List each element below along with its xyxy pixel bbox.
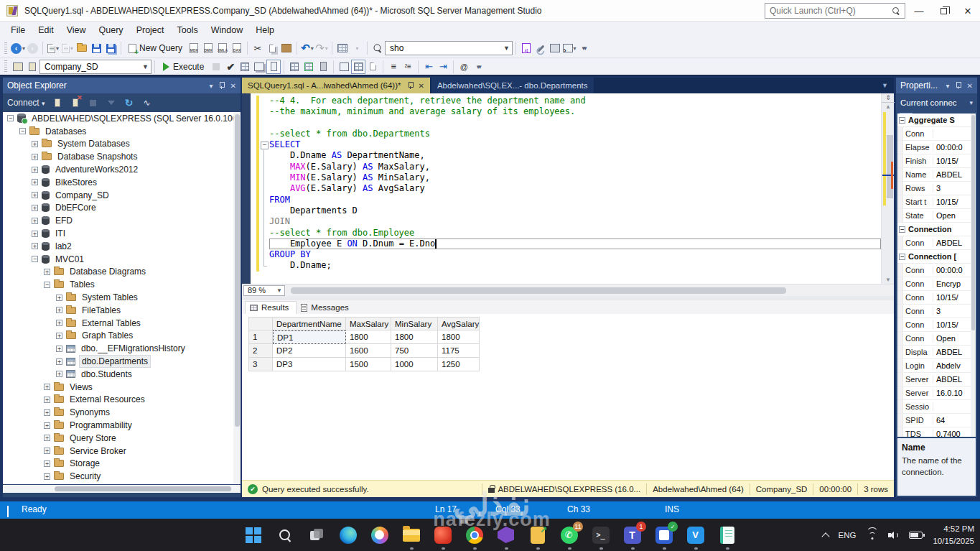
parse-button[interactable]: ✔ (223, 60, 238, 74)
expand-icon[interactable]: + (56, 307, 62, 313)
expand-icon[interactable]: + (32, 205, 38, 211)
collapse-icon[interactable]: − (32, 256, 38, 262)
toolbox-button[interactable] (548, 41, 562, 55)
query-options-button[interactable] (252, 60, 266, 74)
property-row[interactable]: ServerABDEL (897, 373, 976, 386)
paste-button[interactable] (279, 41, 294, 55)
tree-item[interactable]: +Storage (3, 458, 241, 471)
tab-departments-designer[interactable]: Abdelwahed\SQLEX...- dbo.Departments (431, 78, 594, 93)
property-row[interactable]: Start t10/15/ (897, 195, 976, 209)
toolbar-grip[interactable] (4, 42, 7, 55)
language-indicator[interactable]: ENG (839, 531, 857, 540)
column-header[interactable]: DepartmentName (273, 317, 346, 330)
grid-cell[interactable]: 1800 (346, 330, 391, 344)
grid-cell[interactable]: 1800 (391, 330, 438, 344)
code-line[interactable]: --select * from dbo.Employee (251, 228, 881, 239)
toolbar-dropdown[interactable]: ▾ (350, 41, 364, 55)
grid-cell[interactable]: 1250 (438, 358, 480, 371)
grid-cell[interactable]: 1800 (438, 330, 480, 344)
filter-icon[interactable] (106, 97, 117, 108)
properties-vscrollbar[interactable] (971, 114, 976, 437)
pin-icon[interactable] (408, 82, 414, 90)
property-value[interactable]: 3 (933, 307, 941, 315)
toolbar-overflow[interactable]: ▾▾ (577, 41, 591, 55)
property-value[interactable]: 00:00:0 (933, 143, 963, 152)
property-row[interactable]: StateOpen (897, 209, 976, 223)
volume-icon[interactable] (888, 531, 899, 540)
collapse-icon[interactable]: − (19, 128, 26, 134)
code-line[interactable]: D.Dname AS DepartmentName, (251, 150, 881, 161)
expand-icon[interactable]: + (44, 269, 50, 275)
grid-cell[interactable]: 750 (391, 344, 438, 358)
column-header[interactable]: MaxSalary (346, 317, 391, 330)
property-row[interactable]: Sessio (897, 400, 976, 414)
tree-item[interactable]: +Service Broker (3, 445, 241, 458)
tree-item[interactable]: +dbo.__EFMigrationsHistory (3, 342, 241, 355)
menu-query[interactable]: Query (93, 23, 130, 37)
notepad-icon[interactable] (717, 525, 737, 545)
tree-item[interactable]: +External Tables (3, 317, 241, 330)
expand-icon[interactable]: + (32, 218, 38, 224)
include-actual-plan-button[interactable] (287, 60, 302, 74)
expand-icon[interactable]: + (44, 448, 50, 454)
teams-calendar-icon[interactable]: ✓ (654, 525, 673, 545)
editor-hscrollbar[interactable] (291, 287, 786, 294)
menu-help[interactable]: Help (249, 23, 281, 37)
cancel-query-button[interactable] (209, 60, 223, 74)
visual-studio-icon[interactable] (496, 525, 515, 545)
tree-item[interactable]: +dbo.Students (3, 368, 241, 381)
object-explorer-header[interactable]: Object Explorer ▾ ✕ (3, 78, 241, 93)
connect-object-icon[interactable] (52, 97, 63, 108)
property-row[interactable]: TDS0.7400 (897, 427, 976, 437)
tree-item[interactable]: +External Resources (3, 394, 241, 407)
comment-selection-button[interactable]: ≡ (386, 60, 401, 74)
tree-item[interactable]: +dbo.Departments (3, 355, 241, 368)
object-explorer-hscrollbar[interactable] (3, 485, 241, 493)
properties-header[interactable]: Properti... ▾ ✕ (896, 78, 977, 93)
grid-cell[interactable]: 1175 (438, 344, 480, 358)
properties-grid[interactable]: −Aggregate SConnElapse00:00:0Finish10/15… (897, 114, 976, 437)
expand-icon[interactable]: + (56, 346, 62, 352)
property-row[interactable]: Server16.0.10 (897, 386, 976, 400)
property-section[interactable]: −Connection (897, 223, 976, 236)
property-value[interactable]: ABDEL (933, 375, 962, 384)
refresh-icon[interactable]: ↻ (123, 97, 135, 108)
property-row[interactable]: ConnEncryp (897, 277, 976, 291)
terminal-icon[interactable]: >_ (591, 525, 610, 545)
property-value[interactable]: ABDEL (933, 170, 962, 179)
code-line[interactable]: JOIN (251, 216, 881, 227)
stop-icon[interactable] (88, 97, 99, 108)
collapse-icon[interactable]: − (44, 282, 50, 288)
expand-icon[interactable]: + (32, 167, 38, 173)
property-row[interactable]: Finish10/15/ (897, 154, 976, 168)
row-number[interactable]: 1 (248, 330, 273, 344)
properties-object-selector[interactable]: Current connec▾ (896, 95, 977, 111)
tree-item[interactable]: +DbEFCore (3, 202, 241, 215)
code-line[interactable]: MIN(E.Salary) AS MinSalary, (251, 172, 881, 183)
property-row[interactable]: Conn3 (897, 305, 976, 318)
expand-icon[interactable]: + (32, 243, 38, 249)
tree-item[interactable]: +AdventureWorks2012 (3, 163, 241, 176)
tree-item[interactable]: +System Databases (3, 138, 241, 151)
file-explorer-icon[interactable] (401, 525, 421, 545)
tree-item[interactable]: +ITI (3, 227, 241, 240)
decrease-indent-button[interactable]: ⇤ (421, 60, 436, 74)
pin-icon[interactable] (956, 82, 961, 90)
column-header[interactable]: AvgSalary (438, 317, 480, 330)
increase-indent-button[interactable]: ⇥ (436, 60, 450, 74)
code-line[interactable]: Employee E ON D.Dnum = E.Dno (251, 239, 881, 249)
collapse-icon[interactable]: − (7, 115, 14, 121)
property-value[interactable]: Open (933, 211, 956, 220)
new-mdx-query-button[interactable]: MDX (187, 41, 201, 55)
tree-item[interactable]: −MVC01 (3, 253, 241, 266)
task-view-icon[interactable] (307, 525, 326, 545)
code-line[interactable] (251, 118, 881, 129)
code-line[interactable]: AVG(E.Salary) AS AvgSalary (251, 183, 881, 194)
close-icon[interactable]: ✕ (967, 82, 973, 90)
object-explorer-vscrollbar[interactable] (233, 112, 241, 484)
tree-item[interactable]: +Company_SD (3, 189, 241, 202)
command-window-button[interactable]: ›▾ (562, 41, 577, 55)
property-value[interactable]: 10/15/ (933, 293, 958, 302)
pin-icon[interactable] (219, 82, 225, 90)
menu-project[interactable]: Project (130, 23, 171, 37)
